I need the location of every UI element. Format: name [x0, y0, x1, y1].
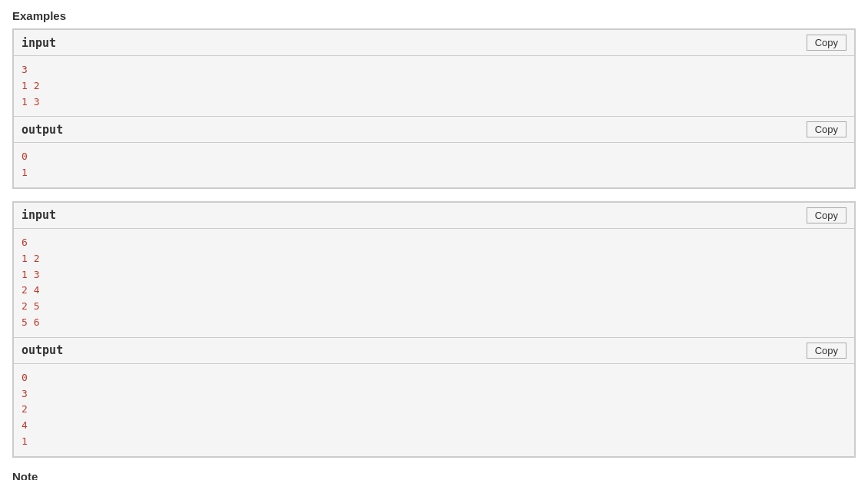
input-line-2-2: 1 2: [22, 251, 846, 267]
output-block-2: output Copy 0 3 2 4 1: [13, 338, 855, 457]
input-header-1: input Copy: [14, 30, 854, 56]
input-block-2: input Copy 6 1 2 1 3 2 4 2 5 5 6: [13, 202, 855, 338]
output-line-2-1: 0: [22, 370, 846, 386]
output-content-2: 0 3 2 4 1: [14, 364, 854, 456]
input-line-2-1: 6: [22, 235, 846, 251]
example-group-2: input Copy 6 1 2 1 3 2 4 2 5 5 6 output …: [12, 201, 856, 458]
output-header-1: output Copy: [14, 117, 854, 143]
copy-output-button-2[interactable]: Copy: [807, 343, 846, 359]
output-line-1-1: 0: [22, 149, 846, 165]
input-line-2-3: 1 3: [22, 267, 846, 283]
input-content-2: 6 1 2 1 3 2 4 2 5 5 6: [14, 229, 854, 337]
input-line-2-5: 2 5: [22, 299, 846, 315]
output-line-2-2: 3: [22, 386, 846, 402]
input-line-1-2: 1 2: [22, 78, 846, 94]
output-label-1: output: [22, 123, 63, 137]
note-section: Note The tree from the second sample:: [12, 470, 856, 480]
input-header-2: input Copy: [14, 203, 854, 229]
section-title: Examples: [12, 9, 856, 22]
input-line-1-1: 3: [22, 62, 846, 78]
output-line-1-2: 1: [22, 165, 846, 181]
output-header-2: output Copy: [14, 338, 854, 364]
note-title: Note: [12, 470, 856, 480]
output-line-2-3: 2: [22, 402, 846, 418]
input-content-1: 3 1 2 1 3: [14, 56, 854, 116]
copy-input-button-2[interactable]: Copy: [807, 207, 846, 223]
input-label-2: input: [22, 208, 56, 222]
output-content-1: 0 1: [14, 143, 854, 187]
output-line-2-4: 4: [22, 418, 846, 434]
output-block-1: output Copy 0 1: [13, 117, 855, 188]
example-group-1: input Copy 3 1 2 1 3 output Copy 0 1: [12, 28, 856, 189]
output-line-2-5: 1: [22, 434, 846, 450]
output-label-2: output: [22, 343, 63, 357]
copy-input-button-1[interactable]: Copy: [807, 35, 846, 51]
input-line-2-6: 5 6: [22, 315, 846, 331]
input-block-1: input Copy 3 1 2 1 3: [13, 29, 855, 117]
input-line-1-3: 1 3: [22, 94, 846, 111]
input-line-2-4: 2 4: [22, 283, 846, 299]
copy-output-button-1[interactable]: Copy: [807, 121, 846, 137]
input-label-1: input: [22, 36, 56, 50]
